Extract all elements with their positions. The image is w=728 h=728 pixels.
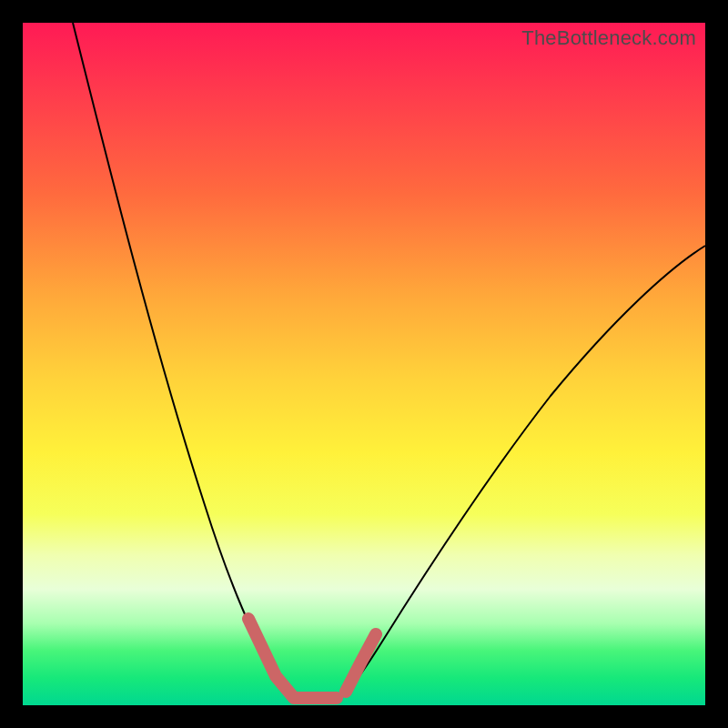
chart-frame: TheBottleneck.com	[23, 23, 705, 705]
bottleneck-curve-right	[332, 246, 705, 701]
bottleneck-curve-left	[73, 23, 305, 701]
minimum-highlight-marker	[248, 619, 376, 698]
curve-layer	[23, 23, 705, 705]
